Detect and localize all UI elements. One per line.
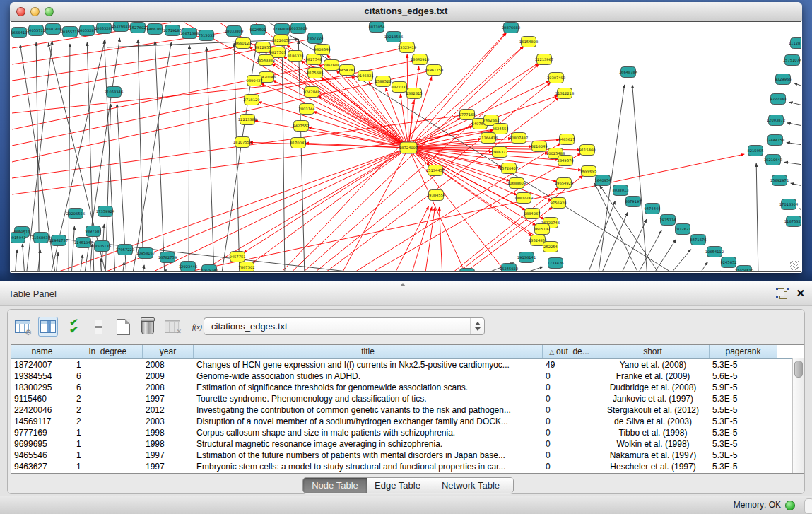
new-table-icon[interactable] — [114, 317, 132, 336]
table-cell: 0 — [543, 416, 596, 427]
graph-node-label: 16154808 — [519, 40, 538, 44]
table-cell: Franke et al. (2009) — [596, 370, 710, 382]
table-panel-body: ⚙ ✔✔ f(x) citations_edges.txt namein_deg… — [7, 309, 805, 494]
column-header-year[interactable]: year — [143, 345, 194, 358]
network-window-titlebar[interactable]: citations_edges.txt — [10, 2, 802, 21]
table-cell: 5.5E-5 — [710, 404, 777, 416]
graph-node-label: 16671388 — [180, 31, 199, 35]
table-row[interactable]: 1830029562008Estimation of significance … — [11, 382, 804, 393]
graph-node-label: 8938913 — [612, 188, 628, 192]
graph-node-label: 3915941 — [11, 235, 26, 240]
graph-node-label: 9463627 — [558, 137, 575, 141]
citation-edge-red — [12, 47, 407, 129]
close-panel-icon[interactable]: ✕ — [796, 287, 805, 300]
graph-node-label: 11451947 — [74, 240, 93, 245]
table-cell: 1 — [73, 359, 143, 370]
canvas-resize-grip[interactable] — [790, 261, 799, 270]
table-cell: 5.6E-5 — [710, 370, 777, 382]
table-select-dropdown[interactable]: citations_edges.txt — [204, 317, 485, 335]
column-header-out_de[interactable]: △out_de... — [543, 345, 596, 358]
table-cell: 9465546 — [11, 450, 73, 461]
table-cell: 2 — [73, 393, 143, 404]
row-pair-icon[interactable] — [89, 317, 107, 336]
tab-edge-table[interactable]: Edge Table — [367, 478, 428, 493]
table-row[interactable]: 2242004622012Investigating the contribut… — [11, 404, 804, 416]
table-cell: 5.3E-5 — [710, 427, 777, 438]
table-settings-icon[interactable]: ⚙ — [13, 317, 32, 336]
column-header-short[interactable]: short — [596, 345, 710, 358]
citation-graph: 9666419140557122069140620355712160532871… — [11, 22, 801, 272]
graph-node-label: 18807249 — [514, 196, 533, 200]
table-row[interactable]: 977716911998Corpus callosum shape and si… — [11, 427, 804, 438]
graph-node-label: 11312218 — [555, 91, 574, 95]
table-scrollbar[interactable] — [792, 358, 804, 473]
table-cell: 0 — [543, 370, 596, 382]
citation-edge-black — [794, 83, 801, 86]
graph-node-label: 18033809 — [225, 29, 243, 33]
table-row[interactable]: 911546021997Tourette syndrome. Phenomeno… — [11, 393, 804, 404]
table-cell: 1997 — [143, 393, 194, 404]
tab-network-table[interactable]: Network Table — [428, 478, 513, 493]
float-panel-icon[interactable] — [777, 288, 788, 300]
column-header-name[interactable]: name — [11, 345, 73, 358]
graph-node-label: 10958167 — [136, 251, 155, 255]
graph-node-label: 12213389 — [238, 117, 257, 122]
table-row[interactable]: 946362711997Embryonic stem cells: a mode… — [11, 461, 804, 472]
window-corner-grip[interactable] — [804, 498, 812, 514]
table-row[interactable]: 946554611997Estimation of the future num… — [11, 450, 804, 461]
table-cell: 5.3E-5 — [710, 416, 777, 427]
citation-edge-red — [252, 148, 408, 263]
citation-edge-black — [282, 41, 285, 272]
delete-table-disabled-icon — [163, 317, 182, 336]
graph-node-label: 16648784 — [619, 70, 638, 74]
column-header-pagerank[interactable]: pagerank — [710, 345, 777, 358]
table-cell: 0 — [543, 427, 596, 438]
table-row[interactable]: 1872400712008Changes of HCN gene express… — [11, 359, 804, 370]
select-all-icon[interactable]: ✔✔ — [64, 317, 83, 336]
splitter-handle[interactable] — [400, 283, 406, 286]
table-cell: 18300295 — [11, 382, 73, 393]
graph-node-label: 9245652 — [720, 260, 736, 264]
graph-node-label: 18226058 — [272, 38, 290, 42]
graph-node-label: 9242848 — [303, 90, 319, 94]
tab-node-table[interactable]: Node Table — [303, 478, 367, 493]
table-toolbar: ⚙ ✔✔ f(x) — [13, 315, 206, 338]
graph-node-label: 8170042 — [290, 141, 306, 145]
table-cell: 0 — [543, 382, 596, 393]
citation-edge-black — [84, 38, 120, 272]
graph-node-label: 14055712 — [27, 28, 45, 33]
citation-edge-red — [439, 207, 442, 272]
graph-node-label: 10944023 — [458, 271, 476, 272]
sort-ascending-icon: △ — [549, 349, 554, 356]
table-row[interactable]: 969969511998Structural magnetic resonanc… — [11, 438, 804, 450]
table-cell: 5.3E-5 — [710, 393, 777, 404]
table-cell: 5.3E-5 — [710, 359, 777, 370]
table-cell: 0 — [543, 461, 596, 472]
citation-edge-black — [100, 258, 101, 272]
table-cell: 2003 — [143, 416, 194, 427]
graph-node-label: 16210643 — [764, 158, 782, 162]
citation-edge-black — [69, 44, 70, 272]
network-canvas[interactable]: 9666419140557122069140620355712160532871… — [11, 21, 801, 272]
table-cell: Stergiakouli et al. (2012) — [596, 404, 710, 416]
table-panel: Table Panel ✕ ⚙ ✔✔ f(x) cita — [0, 281, 812, 514]
table-cell: 5.3E-5 — [710, 438, 777, 450]
graph-node-label: 9397587 — [85, 229, 101, 233]
table-row[interactable]: 1938455462009Genome-wide association stu… — [11, 370, 804, 382]
show-column-icon[interactable] — [38, 317, 58, 337]
graph-node-label: 9115460 — [579, 148, 595, 152]
graph-node-label: 1615132 — [534, 227, 550, 231]
table-row[interactable]: 1456911722003Disruption of a novel membe… — [11, 416, 804, 427]
status-bar: Memory: OK — [0, 496, 812, 514]
citation-edge-black — [15, 250, 17, 272]
table-cell: Estimation of significance thresholds fo… — [194, 382, 543, 393]
table-cell: 0 — [543, 393, 596, 404]
citation-edge-black — [56, 252, 58, 272]
table-scrollbar-thumb[interactable] — [794, 361, 803, 378]
graph-node-teal[interactable] — [460, 269, 475, 273]
delete-table-icon[interactable] — [139, 317, 157, 336]
citation-edge-black — [90, 244, 92, 272]
memory-ok-icon — [785, 501, 795, 510]
column-header-in_degree[interactable]: in_degree — [73, 345, 143, 358]
column-header-title[interactable]: title — [194, 345, 543, 358]
